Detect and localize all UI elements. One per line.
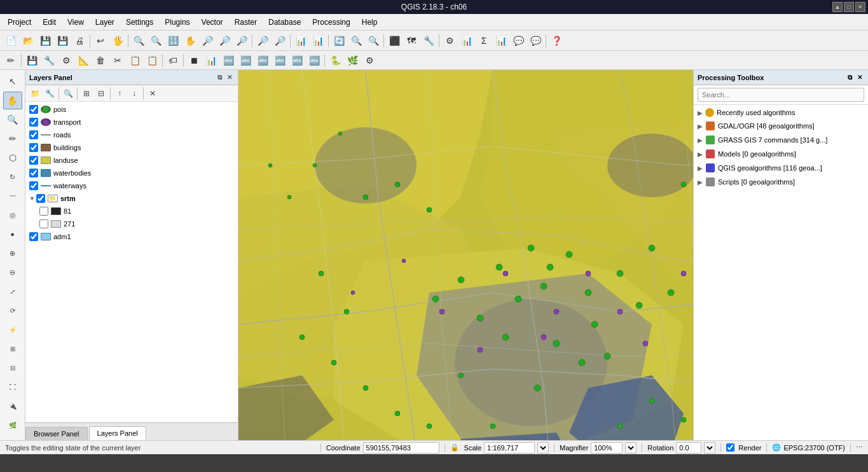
- statistics-button[interactable]: 📊: [310, 33, 326, 48]
- menu-processing[interactable]: Processing: [307, 17, 355, 28]
- epsg-container[interactable]: 🌐 EPSG:23700 (OTF): [772, 443, 845, 452]
- scale-dropdown[interactable]: ▼: [537, 442, 549, 454]
- menu-project[interactable]: Project: [3, 17, 36, 28]
- identify-button[interactable]: 🔎: [254, 33, 271, 48]
- scale-input[interactable]: [484, 442, 535, 454]
- open-project-button[interactable]: 📂: [20, 33, 36, 48]
- zoom-in-button[interactable]: 🔍: [130, 33, 147, 48]
- menu-settings[interactable]: Settings: [121, 17, 158, 28]
- paste-button[interactable]: 📋: [144, 53, 160, 68]
- add-group-button[interactable]: 📁: [28, 87, 42, 100]
- menu-view[interactable]: View: [62, 17, 89, 28]
- attribute-table-button[interactable]: 📊: [293, 33, 309, 48]
- pt-item-recently-used[interactable]: Recently used algorithms: [694, 106, 868, 119]
- pt-item-qgis[interactable]: QGIS geoalgorithms [116 geoa...]: [694, 161, 868, 175]
- layer-item-waterways[interactable]: waterways: [25, 179, 238, 192]
- process-button[interactable]: ⚙: [361, 53, 378, 68]
- copy-button[interactable]: 📋: [127, 53, 143, 68]
- browser-panel-tab[interactable]: Browser Panel: [25, 427, 88, 440]
- refresh-button[interactable]: 🔄: [331, 33, 347, 48]
- comment-button[interactable]: 💬: [510, 33, 527, 48]
- layers-panel-tab[interactable]: Layers Panel: [89, 426, 146, 440]
- layer-checkbox-buildings[interactable]: [29, 143, 38, 152]
- grass2-button[interactable]: 🌿: [344, 53, 361, 68]
- label3-button[interactable]: 🔤: [237, 53, 254, 68]
- rollback-button[interactable]: 🔧: [41, 53, 57, 68]
- delete-button[interactable]: 🗑: [92, 53, 109, 68]
- expand-all-button[interactable]: ⊞: [79, 87, 93, 100]
- plugins2-tool[interactable]: 🔌: [3, 397, 22, 415]
- layer-checkbox-pois[interactable]: [29, 105, 38, 114]
- menu-vector[interactable]: Vector: [196, 17, 228, 28]
- simplify-tool[interactable]: 〰: [3, 187, 22, 205]
- menu-raster[interactable]: Raster: [230, 17, 262, 28]
- python-button[interactable]: 📊: [458, 33, 475, 48]
- layers-panel-float-button[interactable]: ⧉: [215, 73, 224, 82]
- grass3-tool[interactable]: 🌿: [3, 416, 22, 434]
- restore-button[interactable]: □: [844, 2, 854, 12]
- label7-button[interactable]: 🔤: [306, 53, 322, 68]
- layer-item-srtm[interactable]: ▼ 📁 srtm: [25, 192, 238, 205]
- layer-checkbox-waterways[interactable]: [29, 181, 38, 190]
- layer-item-adm1[interactable]: adm1: [25, 230, 238, 243]
- coordinate-input[interactable]: [363, 442, 439, 454]
- zoom-layer-button[interactable]: ✋: [182, 33, 198, 48]
- digitize-button[interactable]: ⚙: [58, 53, 74, 68]
- layer-checkbox-srtm-271[interactable]: [39, 219, 48, 228]
- vertex-editor-tool[interactable]: ⊟: [3, 359, 22, 377]
- cut-button[interactable]: ✂: [109, 53, 126, 68]
- measure-area-button[interactable]: 🔍: [365, 33, 382, 48]
- categorized-button[interactable]: 📊: [203, 53, 219, 68]
- render-checkbox[interactable]: [726, 443, 734, 452]
- pt-close-button[interactable]: ✕: [855, 73, 864, 82]
- label5-button[interactable]: 🔤: [272, 53, 288, 68]
- pt-float-button[interactable]: ⧉: [845, 73, 854, 82]
- layer-item-pois[interactable]: pois: [25, 103, 238, 116]
- add-feature-button[interactable]: 📐: [75, 53, 92, 68]
- map-canvas[interactable]: [238, 70, 693, 440]
- split-features-tool[interactable]: ⚡: [3, 321, 22, 338]
- rotate-tool[interactable]: ↻: [3, 168, 22, 186]
- layer-checkbox-waterbodies[interactable]: [29, 169, 38, 177]
- select-button[interactable]: 🔎: [272, 33, 288, 48]
- add-ring-tool[interactable]: ◎: [3, 206, 22, 224]
- help-button[interactable]: ❓: [548, 33, 565, 48]
- settings-button[interactable]: ⚙: [441, 33, 458, 48]
- delete-ring-tool[interactable]: ⊖: [3, 263, 22, 281]
- more-options-button[interactable]: ⋯: [856, 443, 863, 452]
- python2-button[interactable]: 🐍: [327, 53, 343, 68]
- layer-item-transport[interactable]: transport: [25, 116, 238, 128]
- layer-item-roads[interactable]: roads: [25, 128, 238, 141]
- menu-database[interactable]: Database: [263, 17, 306, 28]
- move-down-button[interactable]: ↓: [127, 87, 141, 100]
- pt-item-gdal[interactable]: GDAL/OGR [48 geoalgorithms]: [694, 119, 868, 133]
- sum-button[interactable]: Σ: [476, 33, 492, 48]
- chart-button[interactable]: 📊: [493, 33, 509, 48]
- layer-item-waterbodies[interactable]: waterbodies: [25, 167, 238, 179]
- rotation-dropdown[interactable]: ▲: [704, 442, 715, 454]
- layer-checkbox-roads[interactable]: [29, 130, 38, 139]
- reshape-tool[interactable]: ⤢: [3, 282, 22, 300]
- pt-search-input[interactable]: [698, 88, 864, 102]
- layer-item-srtm-271[interactable]: 271: [36, 218, 238, 230]
- filter-layers-button[interactable]: 🔍: [61, 87, 75, 100]
- label2-button[interactable]: 🔤: [220, 53, 237, 68]
- undo-button[interactable]: ↩: [92, 33, 109, 48]
- magnifier-dropdown[interactable]: ▼: [625, 442, 637, 454]
- bookmark-button[interactable]: 🗺: [403, 33, 420, 48]
- menu-help[interactable]: Help: [357, 17, 383, 28]
- layer-checkbox-srtm-81[interactable]: [39, 207, 48, 216]
- layers-panel-close-button[interactable]: ✕: [225, 73, 234, 82]
- zoom-out-button[interactable]: 🔍: [148, 33, 164, 48]
- zoom-full-button[interactable]: 🔢: [165, 33, 181, 48]
- edit-pencil-button[interactable]: ✏: [3, 53, 19, 68]
- save-as-button[interactable]: 💾: [54, 33, 71, 48]
- menu-edit[interactable]: Edit: [38, 17, 61, 28]
- zoom-next-button[interactable]: 🔎: [233, 33, 250, 48]
- label6-button[interactable]: 🔤: [289, 53, 305, 68]
- digitizing-tool[interactable]: ✏: [3, 130, 22, 148]
- layer-checkbox-transport[interactable]: [29, 118, 38, 127]
- merge-tool[interactable]: ⊞: [3, 340, 22, 357]
- measure-button[interactable]: 🔍: [348, 33, 364, 48]
- pan-tool-button[interactable]: 🖐: [109, 33, 126, 48]
